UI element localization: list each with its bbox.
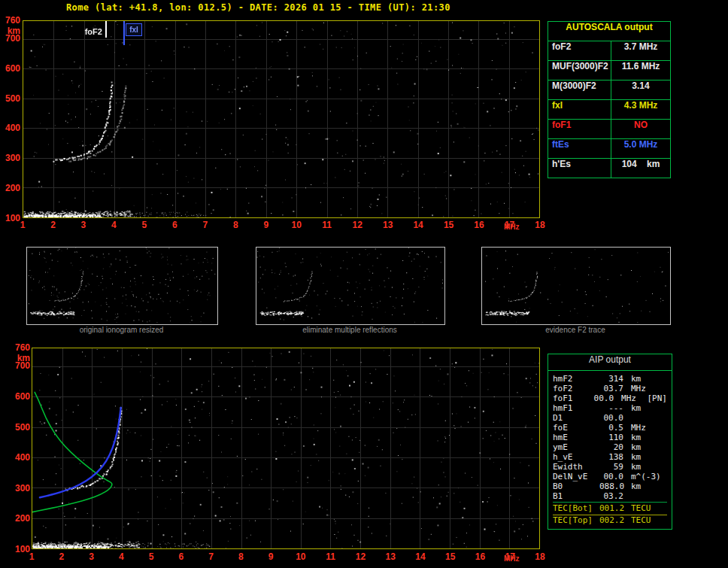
aip-cell-value: ---: [599, 403, 623, 413]
autoscala-row-label: fxI: [548, 100, 611, 119]
aip-cell-value: 110: [599, 433, 623, 442]
aip-cell-value: 20: [599, 442, 623, 452]
y-axis-unit: km: [3, 353, 30, 363]
thumbnail-original-canvas: [27, 248, 216, 323]
aip-cell-extra: [PN]: [648, 393, 668, 403]
aip-cell-label: ymE: [553, 442, 599, 452]
x-tick-10: 10: [293, 551, 308, 562]
aip-row-hve: h_vE138km: [553, 452, 667, 462]
x-tick-11: 11: [320, 220, 335, 230]
x-tick-13: 13: [381, 220, 396, 230]
aip-cell-value: 138: [599, 452, 623, 462]
x-tick-16: 16: [472, 220, 487, 230]
top-y-axis-labels: 760700600500400300200100km: [0, 20, 20, 218]
aip-cell-value: 0.5: [599, 423, 623, 433]
x-tick-9: 9: [263, 551, 278, 562]
x-tick-15: 15: [441, 220, 457, 230]
y-tick-760: 760: [3, 342, 30, 353]
x-tick-14: 14: [411, 220, 426, 230]
autoscala-row-label: foF2: [548, 41, 611, 60]
autoscala-row-label: h'Es: [548, 159, 611, 178]
y-tick-600: 600: [3, 391, 30, 402]
x-tick-7: 7: [204, 551, 219, 562]
autoscala-row-value: 4.3 MHz: [611, 100, 670, 119]
thumbnail-original-ionogram: [26, 247, 218, 325]
x-tick-12: 12: [353, 551, 368, 562]
aip-cell-unit: [631, 491, 661, 501]
bottom-x-axis-labels: 123456789101112131415161718MHz: [32, 551, 540, 563]
x-tick-15: 15: [443, 551, 458, 562]
aip-cell-unit: MHz: [621, 393, 647, 403]
autoscala-header: AUTOSCALA output: [548, 22, 670, 41]
aip-cell-value: 088.0: [599, 481, 623, 491]
y-tick-500: 500: [3, 422, 30, 433]
x-tick-16: 16: [472, 551, 487, 562]
aip-cell-extra: [661, 374, 667, 384]
autoscala-row-value: 104 km: [611, 159, 670, 178]
y-tick-400: 400: [3, 452, 30, 463]
aip-output-panel: AIP output hmF2314kmfoF203.7MHzfoF100.0M…: [548, 354, 672, 530]
thumbnail-evidence-f2-trace: [481, 247, 671, 325]
x-tick-14: 14: [413, 551, 428, 562]
aip-cell-extra: [661, 472, 667, 481]
y-tick-300: 300: [0, 153, 20, 163]
x-tick-5: 5: [137, 220, 152, 230]
aip-cell-extra: [661, 452, 667, 462]
autoscala-row-label: foF1: [548, 120, 611, 138]
x-tick-2: 2: [45, 220, 60, 230]
aip-cell-extra: [661, 491, 667, 501]
x-tick-4: 4: [106, 220, 121, 230]
aip-cell-label: DelN_vE: [553, 472, 599, 481]
aip-cell-unit: MHz: [631, 423, 661, 433]
autoscala-row-fof2: foF2 3.7 MHz: [548, 41, 670, 61]
aip-cell-label: hmF2: [553, 374, 599, 384]
x-axis-unit: MHz: [504, 554, 520, 563]
autoscala-row-label: MUF(3000)F2: [548, 61, 611, 80]
autoscala-row-value: 3.14: [611, 80, 670, 99]
aip-row-tectop: TEC[Top]002.2TECU: [553, 515, 667, 525]
page-title: Rome (lat: +41.8, lon: 012.5) - DATE: 20…: [66, 2, 450, 13]
aip-cell-unit: TECU: [631, 503, 661, 515]
aip-cell-value: 001.2: [599, 503, 623, 515]
aip-row-ewidth: Ewidth59km: [553, 462, 667, 472]
aip-cell-label: hmE: [553, 433, 599, 442]
y-tick-600: 600: [0, 63, 20, 74]
top-x-axis-labels: 123456789101112131415161718MHz: [23, 220, 540, 232]
autoscala-row-muf3000f2: MUF(3000)F2 11.6 MHz: [548, 61, 670, 80]
aip-cell-value: 002.2: [599, 515, 623, 525]
x-tick-7: 7: [198, 220, 213, 230]
aip-cell-extra: [661, 515, 667, 525]
aip-row-b1: B103.2: [553, 491, 667, 501]
aip-cell-label: hmF1: [553, 403, 599, 413]
aip-cell-value: 03.7: [599, 384, 623, 393]
autoscala-row-fxi: fxI 4.3 MHz: [548, 100, 670, 120]
autoscala-window: Rome (lat: +41.8, lon: 012.5) - DATE: 20…: [0, 0, 728, 568]
x-tick-6: 6: [174, 551, 189, 562]
x-tick-3: 3: [76, 220, 91, 230]
autoscala-row-m3000f2: M(3000)F2 3.14: [548, 80, 670, 100]
aip-row-delnve: DelN_vE00.0m^(-3): [553, 472, 667, 481]
autoscala-row-fof1: foF1 NO: [548, 120, 670, 139]
x-tick-8: 8: [233, 551, 248, 562]
aip-row-b0: B0088.0km: [553, 481, 667, 491]
aip-cell-unit: km: [631, 452, 661, 462]
thumbnail-eliminate-caption: eliminate multiple reflections: [256, 326, 444, 334]
y-tick-760: 760: [0, 15, 20, 26]
aip-cell-unit: km: [631, 374, 661, 384]
y-tick-200: 200: [0, 183, 20, 193]
autoscala-row-label: ftEs: [548, 139, 611, 158]
aip-cell-label: B0: [553, 481, 599, 491]
x-tick-2: 2: [54, 551, 69, 562]
aip-cell-extra: [661, 413, 667, 423]
aip-row-fof1: foF100.0MHz[PN]: [553, 393, 667, 403]
aip-cell-extra: [661, 384, 667, 393]
thumbnail-original-caption: original ionogram resized: [26, 326, 217, 334]
x-axis-unit: MHz: [504, 223, 520, 231]
y-tick-200: 200: [3, 513, 30, 524]
x-tick-12: 12: [350, 220, 365, 230]
aip-row-tecbot: TEC[Bot]001.2TECU: [553, 502, 667, 515]
x-tick-11: 11: [323, 551, 338, 562]
aip-cell-label: Ewidth: [553, 462, 599, 472]
fof2-label: foF2: [77, 27, 102, 36]
x-tick-6: 6: [167, 220, 182, 230]
